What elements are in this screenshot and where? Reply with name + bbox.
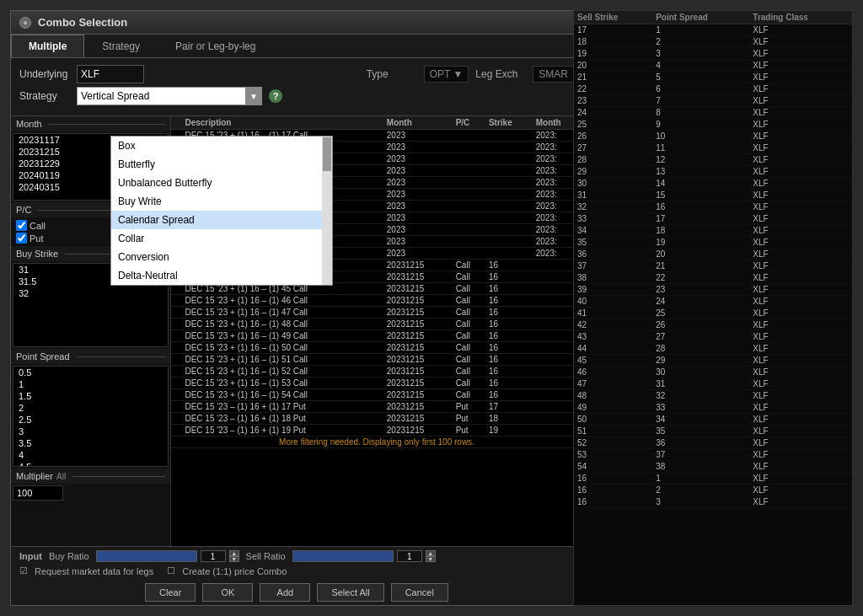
dropdown-item-box[interactable]: Box bbox=[111, 137, 332, 155]
right-table-row[interactable]: 162XLF bbox=[574, 485, 852, 496]
dropdown-item-unbalanced-butterfly[interactable]: Unbalanced Butterfly bbox=[111, 174, 332, 192]
help-icon[interactable]: ? bbox=[269, 89, 282, 103]
spread-item-2[interactable]: 1.5 bbox=[13, 390, 168, 402]
spread-item-7[interactable]: 4 bbox=[13, 449, 168, 461]
right-table-row[interactable]: 4832XLF bbox=[574, 390, 852, 402]
right-table-row[interactable]: 182XLF bbox=[574, 36, 852, 48]
select-all-button[interactable]: Select All bbox=[317, 583, 383, 602]
right-table-row[interactable]: 3418XLF bbox=[574, 225, 852, 237]
buy-ratio-down[interactable]: ▼ bbox=[229, 556, 239, 562]
buy-ratio-up[interactable]: ▲ bbox=[229, 550, 239, 556]
right-table-row[interactable]: 5438XLF bbox=[574, 461, 852, 473]
right-table-row[interactable]: 4529XLF bbox=[574, 355, 852, 367]
sell-ratio-up[interactable]: ▲ bbox=[426, 550, 436, 556]
col-header-strike: Strike bbox=[485, 116, 533, 130]
table-row[interactable]: DEC 15 '23 + (1) 16 – (1) 53 Call2023121… bbox=[171, 378, 582, 389]
right-table-row[interactable]: 4125XLF bbox=[574, 308, 852, 319]
table-row[interactable]: DEC 15 '23 + (1) 16 – (1) 48 Call2023121… bbox=[171, 319, 582, 330]
right-table-row[interactable]: 3519XLF bbox=[574, 237, 852, 249]
dropdown-item-butterfly[interactable]: Butterfly bbox=[111, 155, 332, 174]
right-table-row[interactable]: 215XLF bbox=[574, 72, 852, 83]
table-row[interactable]: DEC 15 '23 – (1) 16 + (1) 17 Put20231215… bbox=[171, 401, 582, 413]
table-row[interactable]: DEC 15 '23 + (1) 16 – (1) 52 Call2023121… bbox=[171, 366, 582, 378]
multiplier-input[interactable] bbox=[13, 485, 63, 501]
right-table-row[interactable]: 2913XLF bbox=[574, 166, 852, 178]
table-row[interactable]: DEC 15 '23 + (1) 16 – (1) 51 Call2023121… bbox=[171, 354, 582, 366]
dropdown-item-delta-neutral[interactable]: Delta-Neutral bbox=[111, 266, 332, 285]
right-table-row[interactable]: 3721XLF bbox=[574, 260, 852, 272]
right-table-row[interactable]: 5034XLF bbox=[574, 414, 852, 426]
sell-ratio-input[interactable] bbox=[397, 550, 422, 562]
cancel-button[interactable]: Cancel bbox=[391, 583, 448, 602]
right-table-row[interactable]: 163XLF bbox=[574, 496, 852, 508]
point-spread-list[interactable]: 0.5 1 1.5 2 2.5 3 3.5 4 4.5 5 5.5 6 bbox=[13, 366, 169, 467]
right-table-row[interactable]: 3317XLF bbox=[574, 213, 852, 225]
spread-item-1[interactable]: 1 bbox=[13, 378, 168, 390]
table-row[interactable]: DEC 15 '23 + (1) 16 – (1) 50 Call2023121… bbox=[171, 342, 582, 354]
right-table-row[interactable]: 161XLF bbox=[574, 473, 852, 485]
right-table-row[interactable]: 204XLF bbox=[574, 60, 852, 72]
spread-item-0[interactable]: 0.5 bbox=[13, 367, 168, 378]
buy-ratio-container: ▲ ▼ bbox=[96, 550, 239, 562]
spread-item-6[interactable]: 3.5 bbox=[13, 437, 168, 449]
right-table-row[interactable]: 248XLF bbox=[574, 107, 852, 119]
right-table-row[interactable]: 4327XLF bbox=[574, 331, 852, 343]
right-table-row[interactable]: 3923XLF bbox=[574, 284, 852, 296]
right-table-row[interactable]: 4024XLF bbox=[574, 296, 852, 308]
ok-button[interactable]: OK bbox=[202, 583, 253, 602]
put-checkbox[interactable] bbox=[16, 233, 27, 244]
spread-item-4[interactable]: 2.5 bbox=[13, 414, 168, 426]
right-table-row[interactable]: 4630XLF bbox=[574, 367, 852, 378]
right-table-row[interactable]: 3014XLF bbox=[574, 178, 852, 190]
multiplier-all-label: All bbox=[56, 472, 66, 481]
right-table-row[interactable]: 5135XLF bbox=[574, 426, 852, 437]
right-table-row[interactable]: 4226XLF bbox=[574, 319, 852, 331]
buy-ratio-input[interactable] bbox=[201, 550, 226, 562]
right-table-row[interactable]: 5337XLF bbox=[574, 449, 852, 461]
right-table-row[interactable]: 237XLF bbox=[574, 95, 852, 107]
right-table-row[interactable]: 3115XLF bbox=[574, 190, 852, 201]
tab-multiple[interactable]: Multiple bbox=[11, 35, 84, 57]
dropdown-item-buy-write[interactable]: Buy Write bbox=[111, 192, 332, 211]
clear-button[interactable]: Clear bbox=[145, 583, 196, 602]
strategy-input[interactable] bbox=[77, 87, 262, 105]
right-table-row[interactable]: 3822XLF bbox=[574, 272, 852, 284]
table-row[interactable]: DEC 15 '23 + (1) 16 – (1) 49 Call2023121… bbox=[171, 330, 582, 342]
right-table-row[interactable]: 193XLF bbox=[574, 48, 852, 60]
underlying-input[interactable] bbox=[77, 65, 144, 83]
table-row[interactable]: DEC 15 '23 + (1) 16 – (1) 46 Call2023121… bbox=[171, 295, 582, 307]
table-row[interactable]: DEC 15 '23 + (1) 16 – (1) 54 Call2023121… bbox=[171, 389, 582, 401]
table-row[interactable]: DEC 15 '23 – (1) 16 + (1) 18 Put20231215… bbox=[171, 413, 582, 425]
right-table-row[interactable]: 2812XLF bbox=[574, 154, 852, 166]
call-checkbox[interactable] bbox=[16, 220, 27, 231]
spread-item-3[interactable]: 2 bbox=[13, 402, 168, 414]
dropdown-item-collar[interactable]: Collar bbox=[111, 229, 332, 248]
multiplier-section bbox=[11, 484, 170, 502]
table-row[interactable]: DEC 15 '23 + (1) 16 – (1) 47 Call2023121… bbox=[171, 307, 582, 319]
right-table-row[interactable]: 5236XLF bbox=[574, 437, 852, 449]
spread-item-8[interactable]: 4.5 bbox=[13, 461, 168, 467]
strike-item-2[interactable]: 32 bbox=[13, 287, 168, 299]
call-checkbox-label: Call bbox=[16, 220, 46, 231]
month-section-header: Month bbox=[11, 116, 170, 131]
tab-pair[interactable]: Pair or Leg-by-leg bbox=[158, 35, 273, 57]
right-table-row[interactable]: 3216XLF bbox=[574, 201, 852, 213]
create-combo-label: Create (1:1) price Combo bbox=[182, 566, 287, 576]
dropdown-item-calendar-spread[interactable]: Calendar Spread bbox=[111, 211, 332, 229]
right-table-row[interactable]: 2711XLF bbox=[574, 142, 852, 154]
right-table-row[interactable]: 2610XLF bbox=[574, 131, 852, 142]
right-table-row[interactable]: 3620XLF bbox=[574, 249, 852, 260]
table-row[interactable]: DEC 15 '23 – (1) 16 + (1) 19 Put20231215… bbox=[171, 425, 582, 437]
spread-item-5[interactable]: 3 bbox=[13, 426, 168, 437]
dropdown-scrollbar[interactable] bbox=[322, 137, 332, 285]
right-table-row[interactable]: 4731XLF bbox=[574, 378, 852, 390]
dropdown-item-conversion[interactable]: Conversion bbox=[111, 248, 332, 266]
sell-ratio-down[interactable]: ▼ bbox=[426, 556, 436, 562]
right-table-row[interactable]: 4428XLF bbox=[574, 343, 852, 355]
right-table-row[interactable]: 171XLF bbox=[574, 24, 852, 36]
tab-strategy[interactable]: Strategy bbox=[84, 35, 158, 57]
right-table-row[interactable]: 226XLF bbox=[574, 83, 852, 95]
add-button[interactable]: Add bbox=[260, 583, 310, 602]
right-table-row[interactable]: 4933XLF bbox=[574, 402, 852, 414]
right-table-row[interactable]: 259XLF bbox=[574, 119, 852, 131]
